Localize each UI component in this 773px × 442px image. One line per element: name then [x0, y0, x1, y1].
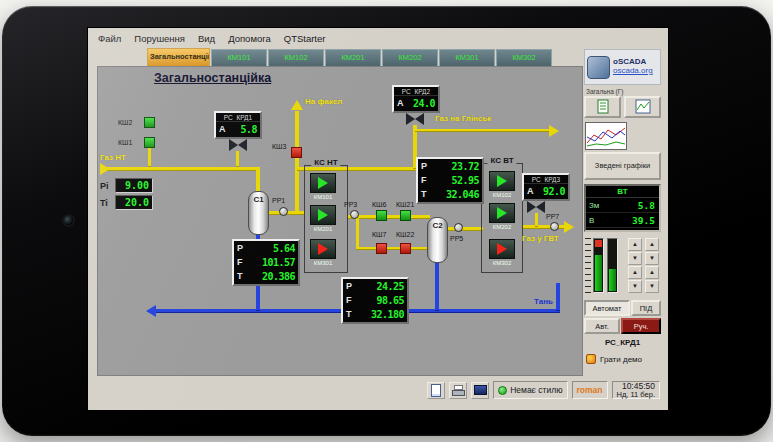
label-km202: КМ202 — [483, 224, 521, 230]
faceplate-row-value: 39.5 — [608, 215, 659, 226]
faceplate-header: ВТ — [586, 186, 659, 198]
tablet-device: Файл Порушення Вид Допомога QTStarter За… — [2, 6, 771, 436]
output-down-button[interactable]: ▼ — [645, 252, 659, 265]
compressor-km201[interactable] — [310, 205, 336, 225]
run-icon — [497, 175, 507, 187]
valve-body-icon — [238, 139, 247, 151]
tab-km102[interactable]: КМ102 — [268, 49, 324, 66]
document-tool-button[interactable] — [427, 382, 445, 399]
label-glinsk: Газ на Глінськ — [435, 114, 491, 123]
setpoint-up-fast-button[interactable]: ▲ — [628, 266, 642, 279]
tab-km101[interactable]: КМ101 — [211, 49, 267, 66]
compressor-km101[interactable] — [310, 173, 336, 193]
print-tool-button[interactable] — [449, 382, 467, 399]
tab-km301[interactable]: КМ301 — [439, 49, 495, 66]
tab-km202[interactable]: КМ202 — [382, 49, 438, 66]
oscada-logo[interactable]: oSCADA oscada.org — [584, 49, 661, 85]
mode-manual-button[interactable]: Руч. — [621, 318, 661, 334]
gauge-scale — [585, 238, 591, 293]
label-gas-inlet: Газ НТ — [100, 153, 126, 162]
valve-ksh1[interactable] — [144, 137, 155, 148]
status-led-icon — [498, 386, 507, 395]
param-letter: P — [237, 243, 243, 253]
setpoint-down-fast-button[interactable]: ▼ — [628, 280, 642, 293]
valve-ksh22[interactable] — [400, 243, 411, 254]
compressor-km102[interactable] — [489, 171, 515, 191]
setpoint-down-button[interactable]: ▼ — [628, 252, 642, 265]
valve-rr5[interactable] — [454, 223, 463, 232]
label-flare: На факел — [305, 97, 342, 106]
selected-parameter-label: РС_КРД1 — [583, 338, 662, 347]
mode-auto-button[interactable]: Авт. — [584, 318, 620, 334]
document-icon — [595, 99, 611, 115]
valve-rr3[interactable] — [350, 210, 359, 219]
param-letter: A — [527, 186, 534, 196]
param-value: 23.72 — [451, 161, 479, 172]
control-valve-krd2[interactable] — [406, 113, 424, 125]
valve-ksh2[interactable] — [144, 117, 155, 128]
display-c1-outlet[interactable]: P5.64 F101.57 T20.386 — [232, 239, 300, 286]
output-down-fast-button[interactable]: ▼ — [645, 280, 659, 293]
menu-item-file[interactable]: Файл — [98, 33, 121, 44]
faceplate-row-label: Зм — [586, 201, 608, 210]
display-interstage[interactable]: P24.25 F98.65 T32.180 — [341, 277, 409, 324]
param-value: 92.0 — [543, 186, 565, 197]
display-inlet-pi-ti[interactable]: Pi9.00 Ti20.0 — [100, 177, 156, 211]
compressor-km301[interactable] — [310, 239, 336, 259]
param-value: 32.180 — [371, 309, 404, 320]
tab-km302[interactable]: КМ302 — [496, 49, 552, 66]
label-group-ks-nt: КС НТ — [311, 158, 340, 167]
oscada-site-link[interactable]: oscada.org — [613, 67, 653, 76]
photo-background: Файл Порушення Вид Допомога QTStarter За… — [0, 0, 773, 442]
trend-thumbnail[interactable] — [585, 122, 627, 150]
tab-km201[interactable]: КМ201 — [325, 49, 381, 66]
display-tool-button[interactable] — [471, 382, 489, 399]
output-up-button[interactable]: ▲ — [645, 238, 659, 251]
pipe-ksnt-out — [348, 215, 430, 219]
control-valve-krd1[interactable] — [229, 139, 247, 151]
faceplate-row-label: В — [586, 216, 608, 225]
menu-item-violations[interactable]: Порушення — [134, 33, 185, 44]
play-demo-button[interactable]: Грати демо — [586, 354, 642, 364]
compressor-km202[interactable] — [489, 203, 515, 223]
screen: Файл Порушення Вид Допомога QTStarter За… — [88, 28, 668, 410]
param-value: 52.95 — [451, 175, 479, 186]
valve-rr1[interactable] — [279, 207, 288, 216]
param-value: 5.8 — [240, 124, 257, 135]
tab-overview[interactable]: Загальностанційка — [147, 48, 210, 66]
stop-icon — [497, 243, 507, 255]
display-vt-inlet[interactable]: P23.72 F52.95 T32.046 — [416, 157, 484, 204]
display-krd2-title: РС_КРД2 — [394, 87, 438, 96]
label-valve-ksh1: КШ1 — [118, 139, 132, 146]
pipe-flare-riser — [295, 111, 299, 215]
valve-ksh6[interactable] — [376, 210, 387, 221]
display-krd1[interactable]: РС_КРД1 A5.8 — [214, 111, 262, 139]
compressor-km302[interactable] — [489, 239, 515, 259]
valve-ksh3[interactable] — [291, 147, 302, 158]
menu-item-help[interactable]: Допомога — [228, 33, 271, 44]
graphs-button[interactable] — [624, 96, 661, 118]
documents-button[interactable] — [584, 96, 621, 118]
mode-pid-button[interactable]: ПІД — [631, 300, 661, 316]
output-up-fast-button[interactable]: ▲ — [645, 266, 659, 279]
style-status-cell: Немає стилю — [493, 381, 567, 399]
pipe-ksh-stub — [148, 148, 151, 167]
valve-ksh7[interactable] — [376, 243, 387, 254]
alarm-segment — [595, 240, 602, 247]
setpoint-up-button[interactable]: ▲ — [628, 238, 642, 251]
summary-graphs-button[interactable]: Зведені графіки — [584, 152, 661, 180]
valve-ksh21[interactable] — [400, 210, 411, 221]
menu-item-qtstarter[interactable]: QTStarter — [284, 33, 326, 44]
menu-item-view[interactable]: Вид — [198, 33, 215, 44]
pipe-c2-condensate — [435, 261, 439, 311]
label-valve-ksh2: КШ2 — [118, 119, 132, 126]
param-letter: A — [397, 98, 404, 108]
param-letter: P — [346, 281, 352, 291]
control-valve-krd3[interactable] — [527, 201, 545, 213]
valve-rr7[interactable] — [550, 222, 559, 231]
display-krd3[interactable]: РС_КРД3 A92.0 — [522, 173, 570, 201]
display-krd2[interactable]: РС_КРД2 A24.0 — [392, 85, 440, 113]
printer-icon — [452, 385, 465, 396]
gvt-flow-arrow-icon — [564, 221, 574, 233]
mode-automat-button[interactable]: Автомат — [584, 300, 630, 316]
